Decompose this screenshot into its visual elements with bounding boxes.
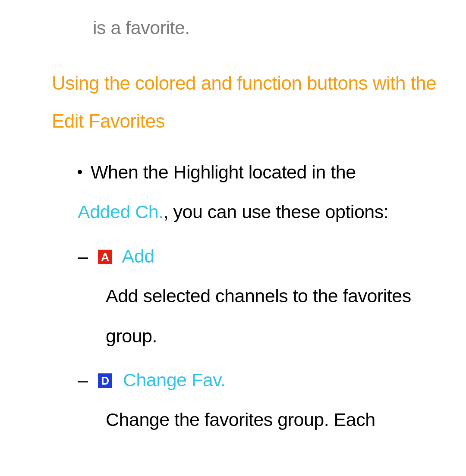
option-add-title: Add: [122, 246, 154, 266]
option-change-fav-title: Change Fav.: [123, 370, 226, 390]
option-change-fav-desc: Change the favorites group. Each: [106, 400, 449, 439]
added-ch-link[interactable]: Added Ch.: [78, 201, 164, 222]
bullet-lead-text: When the Highlight located in the: [91, 162, 356, 182]
option-change-fav: – D Change Fav.: [78, 360, 449, 400]
dash-icon: –: [78, 360, 87, 400]
option-add: – A Add: [78, 236, 449, 276]
dash-icon: –: [78, 236, 87, 276]
bullet-item: When the Highlight located in the Added …: [78, 152, 449, 232]
bullet-dot-icon: [78, 170, 82, 174]
manual-page: is a favorite. Using the colored and fun…: [0, 0, 466, 440]
d-button-icon: D: [98, 373, 112, 388]
bullet-tail-text: , you can use these options:: [164, 201, 388, 222]
prev-page-fragment: is a favorite.: [93, 13, 449, 43]
a-button-icon: A: [98, 250, 112, 264]
option-add-desc: Add selected channels to the favorites g…: [106, 276, 449, 356]
section-heading: Using the colored and function buttons w…: [52, 64, 449, 140]
